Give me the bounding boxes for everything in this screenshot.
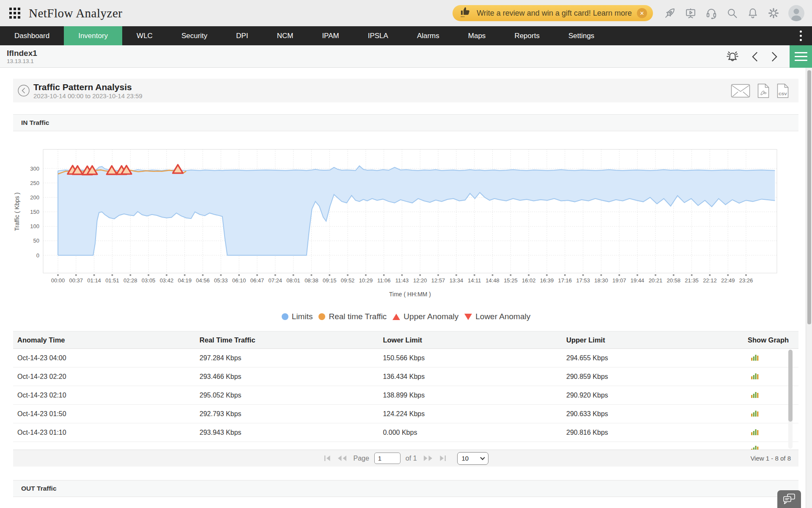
review-banner[interactable]: *** Write a review and win a gift card! … (453, 5, 653, 21)
apps-grid-icon[interactable] (8, 7, 21, 19)
top-app-bar: NetFlow Analyzer *** Write a review and … (0, 0, 812, 26)
column-header-anomaly-time: Anomaly Time (13, 336, 195, 344)
nav-item-dashboard[interactable]: Dashboard (0, 26, 64, 45)
page-of-label: of 1 (406, 455, 417, 462)
next-chevron-icon[interactable] (770, 51, 779, 62)
menu-hamburger-button[interactable] (790, 45, 812, 68)
nav-item-wlc[interactable]: WLC (122, 26, 167, 45)
last-page-button[interactable] (438, 455, 447, 461)
cell-real-time-traffic: 293.943 Kbps (195, 429, 379, 436)
email-icon[interactable] (731, 84, 750, 98)
table-row[interactable]: Oct-14-23 02:20293.466 Kbps136.434 Kbps2… (13, 367, 798, 386)
legend-label: Upper Anomaly (403, 312, 458, 321)
nav-item-security[interactable]: Security (167, 26, 222, 45)
rocket-icon[interactable] (664, 7, 676, 19)
nav-overflow-kebab-icon[interactable] (789, 26, 812, 45)
prev-page-button[interactable] (336, 455, 348, 461)
y-axis-title: Traffic ( Kbps ) (14, 192, 20, 231)
show-graph-icon[interactable] (751, 428, 759, 437)
column-header-upper-limit: Upper Limit (562, 336, 743, 344)
x-tick-label: 02:28 (123, 277, 137, 284)
x-tick-label: 08:01 (286, 277, 300, 284)
show-graph-icon[interactable] (751, 372, 759, 381)
table-row[interactable]: Oct-14-23 04:00297.284 Kbps150.566 Kbps2… (13, 349, 798, 367)
alarm-bell-icon[interactable] (725, 50, 740, 64)
page-scrollbar[interactable] (806, 68, 812, 508)
table-row[interactable]: Oct-14-23 01:10293.943 Kbps0.000 Kbps290… (13, 423, 798, 442)
cell-upper-limit: 290.816 Kbps (562, 429, 743, 436)
y-tick-label: 150 (30, 209, 39, 215)
x-tick-label: 11:06 (377, 277, 391, 284)
cell-anomaly-time: Oct-14-23 01:10 (13, 429, 195, 436)
table-row[interactable]: Oct-14-23 02:10295.052 Kbps138.899 Kbps2… (13, 386, 798, 405)
table-header-row: Anomaly TimeReal Time TrafficLower Limit… (13, 331, 798, 349)
user-avatar[interactable] (788, 5, 804, 21)
x-tick-label: 08:38 (304, 277, 318, 284)
section-in-traffic: IN Traffic (13, 114, 798, 131)
x-tick-label: 09:15 (323, 277, 337, 284)
report-title: Traffic Pattern Analysis (33, 82, 143, 92)
pdf-export-icon[interactable] (757, 83, 770, 98)
support-headset-icon[interactable] (705, 7, 717, 19)
show-graph-icon[interactable] (751, 391, 759, 400)
cell-real-time-traffic: 293.466 Kbps (195, 373, 379, 381)
nav-item-ipam[interactable]: IPAM (307, 26, 353, 45)
review-banner-text[interactable]: Write a review and win a gift card! Lear… (477, 9, 632, 18)
thumbs-up-icon: *** (460, 6, 472, 20)
first-page-button[interactable] (323, 455, 332, 461)
back-icon[interactable] (17, 84, 30, 97)
page-number-input[interactable] (374, 453, 401, 464)
cell-lower-limit: 124.224 Kbps (379, 410, 562, 418)
x-tick-label: 09:52 (341, 277, 355, 284)
x-tick-label: 07:24 (269, 277, 283, 284)
scrollbar-thumb[interactable] (807, 70, 811, 324)
nav-item-inventory[interactable]: Inventory (64, 26, 122, 45)
next-page-button[interactable] (422, 455, 434, 461)
nav-item-alarms[interactable]: Alarms (403, 26, 454, 45)
legend-item-lower-anomaly: Lower Anomaly (464, 312, 530, 321)
show-graph-icon[interactable] (751, 444, 759, 450)
legend-label: Limits (292, 312, 313, 321)
prev-chevron-icon[interactable] (751, 51, 759, 62)
legend-item-limits: Limits (282, 312, 313, 321)
x-tick-label: 06:47 (250, 277, 264, 284)
cell-lower-limit: 0.000 Kbps (379, 429, 562, 436)
feedback-chat-button[interactable] (777, 490, 801, 508)
cell-upper-limit: 294.655 Kbps (562, 354, 743, 362)
x-axis-title: Time ( HH:MM ) (389, 291, 431, 298)
notifications-bell-icon[interactable] (747, 7, 759, 19)
search-icon[interactable] (726, 7, 738, 19)
y-tick-label: 300 (30, 166, 39, 172)
nav-item-ncm[interactable]: NCM (263, 26, 308, 45)
nav-item-maps[interactable]: Maps (454, 26, 500, 45)
legend-label: Lower Anomaly (475, 312, 530, 321)
traffic-pattern-chart: 05010015020025030000:0000:3701:1401:5102… (13, 131, 798, 301)
table-row-partial[interactable] (13, 442, 798, 450)
show-graph-icon[interactable] (751, 353, 759, 362)
x-tick-label: 21:35 (685, 277, 699, 284)
cell-anomaly-time: Oct-14-23 02:10 (13, 392, 195, 399)
nav-item-reports[interactable]: Reports (500, 26, 554, 45)
view-range-label: View 1 - 8 of 8 (750, 450, 791, 467)
settings-gear-icon[interactable] (768, 7, 779, 19)
y-tick-label: 100 (30, 223, 39, 229)
close-icon[interactable]: ✕ (637, 8, 647, 18)
chart-legend: LimitsReal time TrafficUpper AnomalyLowe… (0, 311, 812, 323)
show-graph-icon[interactable] (751, 409, 759, 418)
x-tick-label: 16:39 (540, 277, 554, 284)
table-row[interactable]: Oct-14-23 01:50292.793 Kbps124.224 Kbps2… (13, 405, 798, 423)
nav-item-ipsla[interactable]: IPSLA (354, 26, 403, 45)
svg-text:***: *** (461, 15, 464, 19)
page-size-select[interactable]: 10 (457, 452, 488, 465)
x-tick-label: 23:26 (739, 277, 753, 284)
demo-video-icon[interactable] (685, 7, 697, 19)
csv-export-icon[interactable]: CSV (776, 83, 789, 98)
page-subtitle-ip: 13.13.13.1 (7, 58, 37, 64)
x-tick-label: 10:29 (359, 277, 373, 284)
x-tick-label: 04:19 (178, 277, 192, 284)
page-title: IfIndex1 (7, 49, 37, 58)
table-scrollbar[interactable] (788, 350, 793, 449)
cell-real-time-traffic: 295.052 Kbps (195, 392, 379, 399)
nav-item-settings[interactable]: Settings (554, 26, 609, 45)
nav-item-dpi[interactable]: DPI (222, 26, 262, 45)
